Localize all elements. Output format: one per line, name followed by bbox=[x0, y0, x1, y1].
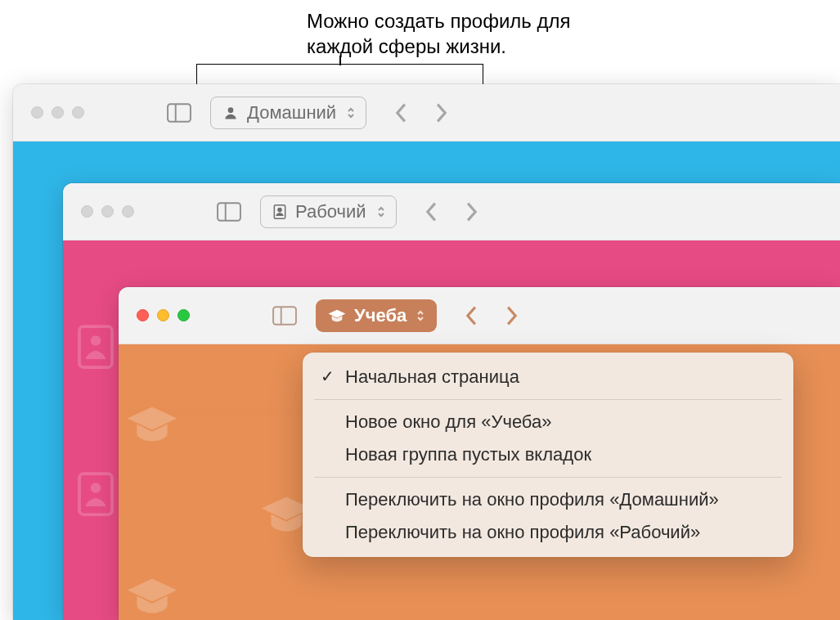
minimize-icon[interactable] bbox=[157, 309, 169, 321]
profile-selector-study[interactable]: Учеба bbox=[316, 299, 437, 332]
svg-rect-7 bbox=[79, 326, 112, 367]
menu-item-start-page[interactable]: Начальная страница bbox=[303, 361, 793, 393]
traffic-lights[interactable] bbox=[81, 205, 134, 218]
profile-label: Домашний bbox=[247, 102, 336, 124]
callout-line1: Можно создать профиль для bbox=[307, 10, 571, 32]
callout-line2: каждой сферы жизни. bbox=[307, 35, 506, 57]
callout-connector bbox=[196, 64, 483, 84]
forward-button[interactable] bbox=[464, 201, 478, 222]
chevron-updown-icon bbox=[414, 309, 427, 322]
forward-button[interactable] bbox=[433, 102, 448, 124]
close-icon[interactable] bbox=[81, 205, 93, 218]
profile-label: Рабочий bbox=[295, 201, 366, 222]
menu-label: Новая группа пустых вкладок bbox=[345, 444, 591, 465]
svg-rect-0 bbox=[168, 104, 191, 121]
graduation-cap-icon bbox=[327, 308, 347, 324]
traffic-lights[interactable] bbox=[137, 309, 190, 321]
back-button[interactable] bbox=[394, 102, 409, 124]
nav-arrows bbox=[465, 305, 519, 326]
svg-rect-3 bbox=[218, 203, 240, 220]
sidebar-toggle[interactable] bbox=[268, 302, 301, 330]
menu-item-switch-work[interactable]: Переключить на окно профиля «Рабочий» bbox=[303, 516, 793, 549]
profile-label: Учеба bbox=[354, 305, 407, 326]
menu-item-new-tab-group[interactable]: Новая группа пустых вкладок bbox=[303, 438, 793, 471]
sidebar-toggle[interactable] bbox=[163, 99, 195, 127]
toolbar-home: Домашний bbox=[13, 84, 840, 142]
close-icon[interactable] bbox=[137, 309, 149, 321]
menu-label: Новое окно для «Учеба» bbox=[345, 411, 551, 432]
menu-label: Переключить на окно профиля «Домашний» bbox=[345, 489, 719, 510]
maximize-icon[interactable] bbox=[72, 106, 84, 119]
maximize-icon[interactable] bbox=[177, 309, 190, 321]
menu-item-new-window[interactable]: Новое окно для «Учеба» bbox=[303, 406, 793, 438]
traffic-lights[interactable] bbox=[31, 106, 84, 119]
profile-dropdown-menu: Начальная страница Новое окно для «Учеба… bbox=[303, 353, 793, 557]
chevron-updown-icon bbox=[375, 205, 388, 218]
svg-rect-9 bbox=[79, 474, 112, 514]
person-icon bbox=[222, 105, 239, 121]
nav-arrows bbox=[424, 201, 478, 222]
menu-item-switch-home[interactable]: Переключить на окно профиля «Домашний» bbox=[303, 483, 793, 516]
profile-selector-home[interactable]: Домашний bbox=[210, 97, 366, 129]
menu-label: Начальная страница bbox=[345, 366, 519, 387]
window-study: Учеба Начальная страница Новое окно для … bbox=[119, 287, 840, 620]
svg-point-2 bbox=[228, 107, 234, 113]
menu-label: Переключить на окно профиля «Рабочий» bbox=[345, 522, 700, 542]
svg-rect-11 bbox=[273, 307, 296, 324]
sidebar-toggle[interactable] bbox=[213, 198, 245, 226]
chevron-updown-icon bbox=[344, 106, 357, 119]
profile-selector-work[interactable]: Рабочий bbox=[260, 195, 397, 228]
maximize-icon[interactable] bbox=[122, 205, 134, 218]
callout-text: Можно создать профиль для каждой сферы ж… bbox=[307, 8, 571, 59]
close-icon[interactable] bbox=[31, 106, 43, 119]
minimize-icon[interactable] bbox=[101, 205, 114, 218]
badge-icon bbox=[272, 204, 287, 220]
back-button[interactable] bbox=[424, 201, 439, 222]
svg-point-10 bbox=[91, 483, 101, 493]
minimize-icon[interactable] bbox=[52, 106, 64, 119]
svg-point-6 bbox=[278, 208, 281, 211]
forward-button[interactable] bbox=[504, 305, 519, 326]
back-button[interactable] bbox=[465, 305, 479, 326]
toolbar-study: Учеба bbox=[119, 287, 840, 344]
svg-point-8 bbox=[91, 335, 101, 346]
menu-separator bbox=[314, 477, 782, 478]
toolbar-work: Рабочий bbox=[63, 183, 840, 240]
nav-arrows bbox=[394, 102, 448, 124]
menu-separator bbox=[314, 399, 782, 400]
